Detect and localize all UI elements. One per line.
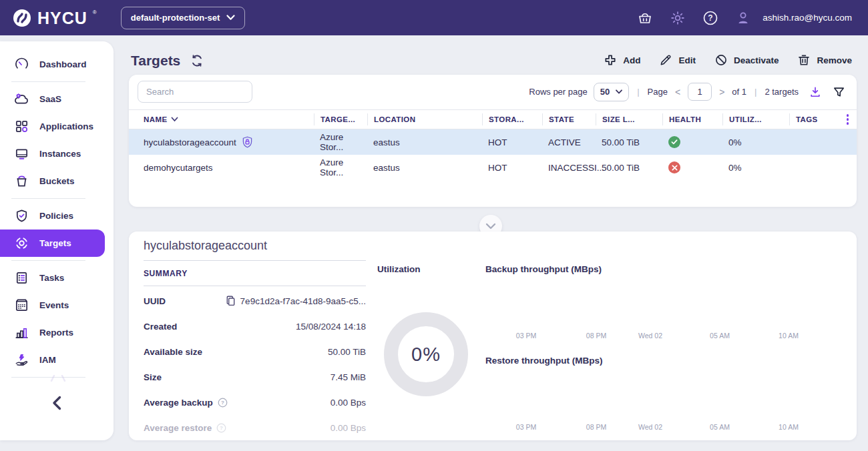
help-icon[interactable]: ? [702,10,718,26]
sidebar-item-policies[interactable]: Policies [0,202,105,230]
target-name: demohycutargets [144,163,213,173]
deactivate-button[interactable]: Deactivate [714,53,779,67]
sidebar-item-tasks[interactable]: Tasks [0,264,105,292]
sidebar-item-instances[interactable]: Instances [0,140,105,167]
gear-icon[interactable] [670,10,686,26]
target-location: eastus [367,137,482,147]
sidebar-item-label: Policies [39,211,73,221]
target-type: Azure Stor... [314,157,367,177]
x-tick: 03 PM [516,332,536,340]
sidebar-item-targets[interactable]: Targets [0,230,105,257]
column-header-location[interactable]: LOCATION [367,113,482,125]
user-icon[interactable] [735,10,751,26]
column-header-state[interactable]: STATE [542,113,596,125]
x-tick: 08 PM [586,423,606,431]
sidebar-item-saas[interactable]: SaaS [0,85,105,113]
refresh-icon[interactable] [190,53,204,68]
table-row[interactable]: demohycutargets Azure Stor... eastus HOT… [129,155,857,180]
sidebar-collapse-button[interactable] [47,394,66,412]
column-settings-menu-icon[interactable] [843,114,857,125]
detail-title: hyculabstorageaccount [144,239,267,253]
remove-button-label: Remove [817,55,852,65]
sidebar-divider [11,198,85,199]
target-name: hyculabstorageaccount [144,137,236,147]
sidebar-item-label: Buckets [39,176,75,186]
health-ok-icon [668,136,680,148]
bucket-icon [14,173,29,189]
monitor-icon [14,146,29,161]
field-label: Size [144,372,162,382]
x-tick: 05 AM [710,332,730,340]
topbar: HYCU ® default-protection-set ? [0,0,868,35]
x-tick: 08 PM [586,332,606,340]
sort-chevron-icon [171,117,178,122]
target-type: Azure Stor... [314,132,367,152]
export-download-icon[interactable] [809,85,822,99]
no-entry-icon [714,53,728,67]
plus-icon [604,53,617,67]
remove-button[interactable]: Remove [797,53,852,67]
column-header-target[interactable]: TARGE... [314,113,367,125]
sidebar-divider [11,81,85,82]
trash-icon [797,53,811,67]
column-header-name[interactable]: NAME [129,113,314,125]
help-circle-icon[interactable]: ? [216,423,226,433]
field-value: 7e9c1d2a-f7ac-41d8-9aa5-c5... [240,296,366,306]
prev-page-button[interactable]: < [674,87,682,97]
target-location: eastus [367,163,482,173]
target-detail-panel: hyculabstorageaccount SUMMARY UUID 7e9c1… [129,232,857,440]
field-label: Average backup [144,398,213,408]
dashboard-gauge-icon [14,57,29,72]
x-tick: 10 AM [779,423,799,431]
sidebar-item-dashboard[interactable]: Dashboard [0,51,105,78]
restore-throughput-chart-title: Restore throughput (MBps) [485,356,602,366]
column-header-health[interactable]: HEALTH [662,113,722,125]
field-value: 15/08/2024 14:18 [296,322,366,332]
column-header-size[interactable]: SIZE L... [596,113,662,125]
search-input[interactable] [138,81,252,103]
chevron-down-icon [226,15,235,21]
utilization-chart-title: Utilization [377,264,421,274]
divider [144,260,366,261]
hycu-logo-icon [12,8,32,28]
column-header-storage[interactable]: STORA... [482,113,542,125]
summary-field-size: Size 7.45 MiB [144,364,366,390]
sidebar-item-iam[interactable]: IAM [0,346,105,374]
summary-field-available-size: Available size 50.00 TiB [144,339,366,364]
add-button[interactable]: Add [604,53,640,67]
sidebar-item-reports[interactable]: Reports [0,319,105,346]
filter-funnel-icon[interactable] [832,85,846,99]
sidebar-divider [11,377,85,378]
x-tick: Wed 02 [638,332,662,340]
edit-button[interactable]: Edit [659,53,696,67]
svg-text:?: ? [221,400,224,406]
column-header-tags[interactable]: TAGS [789,113,843,125]
protection-set-dropdown[interactable]: default-protection-set [121,7,245,29]
sidebar: Dashboard SaaS Applications [0,41,114,440]
help-circle-icon[interactable]: ? [218,398,228,408]
rows-per-page-select[interactable]: 50 [594,83,629,101]
chevron-down-icon [485,223,496,230]
sidebar-item-buckets[interactable]: Buckets [0,167,105,195]
health-error-icon [668,161,680,173]
sidebar-item-label: Targets [39,238,71,248]
user-email[interactable]: ashish.rao@hycu.com [763,13,852,23]
hycu-logo[interactable]: HYCU ® [12,8,97,28]
target-size: 50.00 TiB [596,137,662,147]
sidebar-item-applications[interactable]: Applications [0,113,105,140]
sidebar-item-label: Events [39,300,69,310]
tab-summary[interactable]: SUMMARY [144,269,188,278]
field-value: 0.00 Bps [331,423,366,433]
basket-icon[interactable] [637,10,653,26]
sidebar-item-label: IAM [39,355,56,365]
copy-icon[interactable] [226,296,236,306]
target-state: INACCESSI... [542,163,596,173]
page-number-input[interactable] [688,83,712,101]
hand-bolt-icon [14,352,29,368]
sidebar-item-events[interactable]: Events [0,292,105,319]
table-row[interactable]: hyculabstorageaccount Azure Stor... east… [129,129,857,155]
column-header-utilization[interactable]: UTILIZ... [722,113,789,125]
next-page-button[interactable]: > [718,87,726,97]
field-label: UUID [144,296,166,306]
sidebar-item-label: Instances [39,149,81,159]
